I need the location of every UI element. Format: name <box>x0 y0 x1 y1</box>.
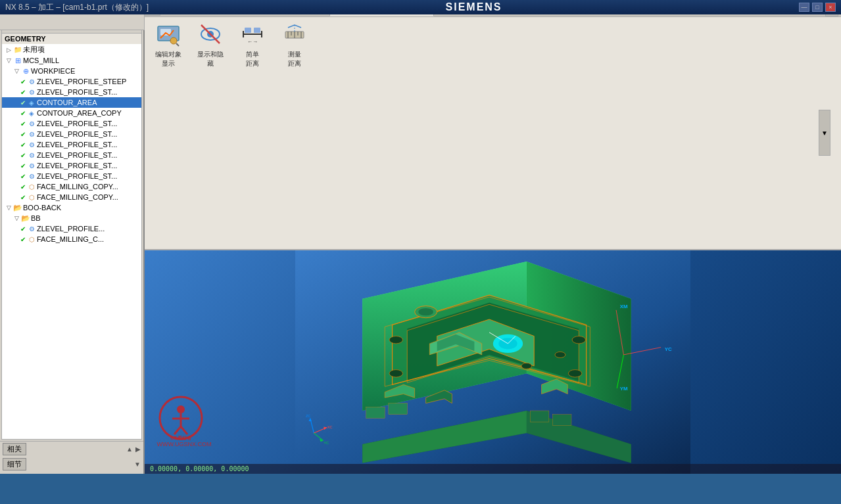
tree-item-boo-back[interactable]: ▽ 📂 BOO-BACK <box>2 202 141 213</box>
workpiece-icon: ⊕ <box>20 66 31 76</box>
geometry-group-label: GEOMETRY <box>2 34 141 44</box>
svg-rect-11 <box>254 28 260 33</box>
svg-point-2 <box>170 37 177 44</box>
tree-item-unused[interactable]: ▷ 📁 未用项 <box>2 44 141 55</box>
svg-text:XM: XM <box>620 303 628 309</box>
window-controls: — □ × <box>799 3 836 12</box>
svg-point-35 <box>418 308 433 315</box>
bottom-tabs: 相关 ▲ ▶ 细节 ▼ <box>0 441 143 474</box>
svg-point-37 <box>572 336 585 343</box>
svg-line-3 <box>176 43 179 46</box>
svg-point-38 <box>389 369 402 377</box>
contour-icon: ◈ <box>26 98 37 107</box>
svg-point-41 <box>521 363 532 369</box>
svg-rect-53 <box>531 411 549 422</box>
tree-item-contour-area-copy[interactable]: ✔ ◈ CONTOUR_AREA_COPY <box>2 108 141 118</box>
svg-point-36 <box>389 336 402 343</box>
tree-item-workpiece[interactable]: ▽ ⊕ WORKPIECE <box>2 66 141 76</box>
tree-item-zlevel8[interactable]: ✔ ⚙ ZLEVEL_PROFILE_ST... <box>2 171 141 181</box>
svg-text:ZC: ZC <box>306 414 311 418</box>
svg-rect-52 <box>389 403 407 414</box>
maximize-button[interactable]: □ <box>812 3 823 12</box>
check-icon: ✔ <box>20 78 26 85</box>
mcs-icon: ⊞ <box>12 56 23 65</box>
edit-display-label: 编辑对象显示 <box>155 50 181 68</box>
bottom-tab-row2: 细节 ▼ <box>0 457 143 472</box>
op-icon: ⚙ <box>26 77 37 86</box>
tree-item-face-milling2[interactable]: ✔ ⬡ FACE_MILLING_COPY... <box>2 192 141 202</box>
tab-related[interactable]: 相关 <box>3 443 26 455</box>
scroll-right-btn[interactable]: ▶ <box>135 446 141 453</box>
measure-distance-icon <box>281 21 308 47</box>
svg-line-75 <box>181 426 187 434</box>
scroll-down-btn[interactable]: ▼ <box>134 461 141 468</box>
contour-copy-icon: ◈ <box>26 108 37 118</box>
bottom-tab-row: 相关 ▲ ▶ <box>0 442 143 457</box>
tool-edit-display[interactable]: 编辑对象显示 <box>155 21 181 68</box>
minimize-button[interactable]: — <box>799 3 809 12</box>
tab-details[interactable]: 细节 <box>3 458 26 470</box>
menu-bar <box>0 14 145 30</box>
show-hide-label: 显示和隐藏 <box>197 50 224 68</box>
viewport-3d[interactable]: XM YC YM ZC <box>145 250 841 474</box>
svg-line-74 <box>174 426 181 434</box>
ribbon-content-scroll[interactable]: ▼ <box>819 110 830 156</box>
tool-simple-distance[interactable]: ←→ 简单距离 <box>239 21 266 68</box>
title-bar: NX 8.5 – 加工 – [cam1-b1.prt（修改的）] SIEMENS… <box>0 0 841 14</box>
tree-item-bb[interactable]: ▽ 📂 BB <box>2 213 141 223</box>
svg-text:←→: ←→ <box>247 39 258 45</box>
tree-item-mcs-mill[interactable]: ▽ ⊞ MCS_MILL <box>2 55 141 66</box>
tree-item-zlevel5[interactable]: ✔ ⚙ ZLEVEL_PROFILE_ST... <box>2 139 141 150</box>
tree-item-zlevel6[interactable]: ✔ ⚙ ZLEVEL_PROFILE_ST... <box>2 150 141 160</box>
tree-item-contour-area[interactable]: ✔ ◈ CONTOUR_AREA <box>2 97 141 108</box>
watermark-logo: UG爱好者 WWW.UGSNX.COM <box>151 395 217 441</box>
close-button[interactable]: × <box>825 3 836 12</box>
measure-distance-label: 测量距离 <box>288 50 301 68</box>
ribbon-content: 编辑对象显示 显示和隐藏 <box>145 17 841 250</box>
svg-point-71 <box>177 405 185 413</box>
coordinate-display: 0.00000, 0.00000, 0.00000 <box>145 464 841 474</box>
tree-item-face-milling1[interactable]: ✔ ⬡ FACE_MILLING_COPY... <box>2 181 141 192</box>
brand-logo: SIEMENS <box>446 1 502 13</box>
tool-show-hide[interactable]: 显示和隐藏 <box>197 21 224 68</box>
tree-item-zlevel2[interactable]: ✔ ⚙ ZLEVEL_PROFILE_ST... <box>2 87 141 97</box>
scroll-up-btn[interactable]: ▲ <box>126 446 133 453</box>
svg-text:UG爱好者: UG爱好者 <box>170 435 192 441</box>
svg-text:YC: YC <box>665 346 672 352</box>
folder-icon: 📁 <box>12 45 23 55</box>
svg-text:XC: XC <box>327 425 333 429</box>
tree-item-zlevel4[interactable]: ✔ ⚙ ZLEVEL_PROFILE_ST... <box>2 129 141 139</box>
tree-item-zlevel3[interactable]: ✔ ⚙ ZLEVEL_PROFILE_ST... <box>2 118 141 129</box>
tool-measure-distance[interactable]: 测量距离 <box>281 21 308 68</box>
tree-item-zlevel-bb1[interactable]: ✔ ⚙ ZLEVEL_PROFILE... <box>2 223 141 234</box>
left-panel: 没有选择过滤器 ▼ 整个装配 ▲ ▶ 名称 GEOMETRY ▷ 📁 未用项 <box>0 0 145 474</box>
tree-item-zlevel7[interactable]: ✔ ⚙ ZLEVEL_PROFILE_ST... <box>2 160 141 171</box>
show-hide-icon <box>197 21 224 47</box>
svg-text:YC: YC <box>324 441 329 445</box>
tree-item-face-milling-bb[interactable]: ✔ ⬡ FACE_MILLING_C... <box>2 234 141 244</box>
tree-panel: 名称 GEOMETRY ▷ 📁 未用项 ▽ ⊞ MCS_MILL ▽ ⊕ <box>1 18 142 440</box>
watermark-url: WWW.UGSNX.COM <box>151 441 217 447</box>
expand-icon[interactable]: ▷ <box>5 47 12 53</box>
simple-distance-label: 简单距离 <box>246 50 259 68</box>
simple-distance-icon: ←→ <box>239 21 266 47</box>
svg-point-40 <box>555 352 565 357</box>
svg-rect-10 <box>245 28 251 33</box>
edit-display-icon <box>155 21 181 47</box>
op-icon-2: ⚙ <box>26 87 37 97</box>
svg-rect-51 <box>366 407 385 418</box>
svg-rect-54 <box>553 414 571 425</box>
svg-point-39 <box>568 369 581 377</box>
svg-text:YM: YM <box>620 385 628 391</box>
tree-item-zlevel1[interactable]: ✔ ⚙ ZLEVEL_PROFILE_STEEP <box>2 76 141 87</box>
app-title: NX 8.5 – 加工 – [cam1-b1.prt（修改的）] <box>5 2 149 13</box>
